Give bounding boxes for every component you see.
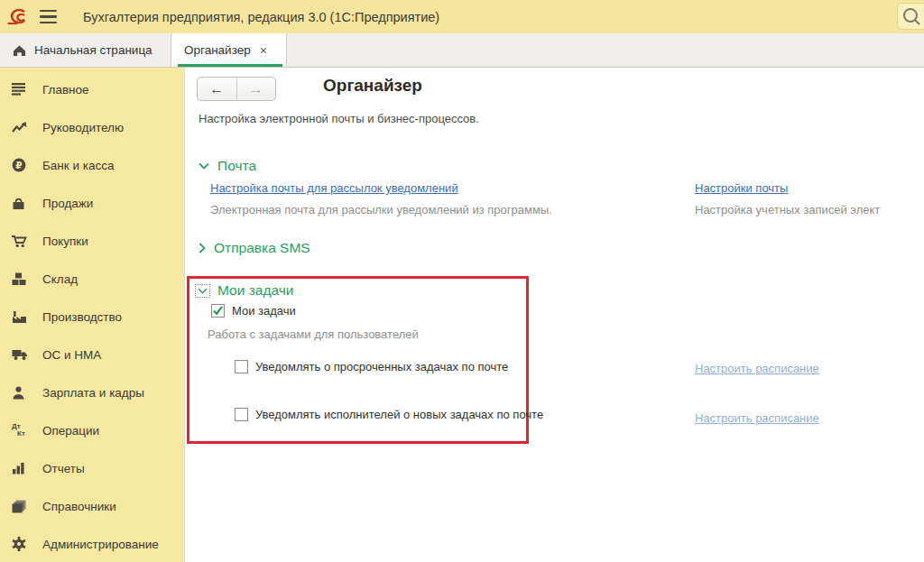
books-icon	[12, 499, 32, 514]
tab-organizer[interactable]: Органайзер ×	[171, 33, 287, 67]
mail-setup-link[interactable]: Настройка почты для рассылок уведомлений	[210, 181, 458, 195]
sidebar-item-glavnoe[interactable]: Главное	[0, 70, 184, 108]
window-title: Бухгалтерия предприятия, редакция 3.0 (1…	[83, 10, 439, 24]
schedule-link-overdue[interactable]: Настроить расписание	[695, 362, 819, 375]
sidebar-item-spravochniki[interactable]: Справочники	[0, 487, 184, 525]
sidebar-item-operacii[interactable]: ДтКт Операции	[0, 411, 184, 449]
gear-icon	[12, 537, 32, 552]
section-title: Отправка SMS	[214, 240, 310, 256]
cart-icon	[12, 234, 32, 249]
chevron-focus-box	[195, 284, 210, 298]
sidebar-item-bank-i-kassa[interactable]: ₽ Банк и касса	[0, 146, 184, 184]
sidebar-item-label: Администрирование	[42, 538, 159, 551]
sidebar-item-label: Продажи	[42, 197, 93, 210]
section-title: Мои задачи	[217, 282, 293, 299]
history-nav-group: ← →	[197, 77, 276, 101]
back-button[interactable]: ←	[198, 78, 236, 100]
schedule-link-new-tasks[interactable]: Настроить расписание	[695, 411, 819, 425]
notify-new-tasks-checkbox[interactable]: Уведомлять исполнителей о новых задачах …	[235, 408, 543, 421]
person-icon	[12, 385, 32, 401]
sidebar-item-label: Банк и касса	[42, 159, 115, 172]
page-subtitle: Настройка электронной почты и бизнес-про…	[199, 112, 479, 125]
tasks-description: Работа с задачами для пользователей	[208, 327, 419, 341]
trend-arrow-icon	[12, 120, 32, 135]
1c-logo-icon	[5, 7, 29, 27]
mail-settings-description: Настройка учетных записей элект	[695, 203, 880, 217]
notify-overdue-checkbox[interactable]: Уведомлять о просроченных задачах по поч…	[235, 360, 508, 373]
sidebar-item-label: Главное	[42, 83, 89, 97]
hamburger-icon	[40, 10, 57, 12]
mail-settings-link[interactable]: Настройки почты	[695, 181, 788, 195]
sidebar-item-rukovoditelyu[interactable]: Руководителю	[0, 108, 184, 146]
pallet-icon	[12, 272, 32, 287]
sidebar-item-prodazhi[interactable]: Продажи	[0, 184, 184, 222]
search-button[interactable]	[897, 3, 924, 30]
checkbox-checked-icon	[211, 304, 225, 318]
shopping-bag-icon	[12, 196, 32, 211]
sidebar-item-label: Справочники	[42, 500, 116, 513]
sidebar-item-label: Зарплата и кадры	[42, 386, 144, 400]
sidebar-item-label: ОС и НМА	[42, 348, 101, 362]
checkbox-unchecked-icon	[235, 408, 248, 421]
sidebar-item-sklad[interactable]: Склад	[0, 260, 184, 298]
sidebar-item-otchety[interactable]: Отчеты	[0, 449, 184, 487]
sidebar-item-label: Склад	[42, 272, 78, 286]
mail-setup-description: Электронная почта для рассылки уведомлен…	[210, 203, 552, 217]
my-tasks-checkbox[interactable]: Мои задачи	[211, 304, 296, 318]
main-menu-button[interactable]	[40, 6, 63, 28]
sidebar-item-pokupki[interactable]: Покупки	[0, 222, 184, 260]
sidebar-item-proizvodstvo[interactable]: Производство	[0, 298, 184, 336]
search-icon	[901, 6, 921, 26]
sidebar-item-os-i-nma[interactable]: ОС и НМА	[0, 336, 184, 373]
page-title: Органайзер	[323, 76, 422, 96]
section-sms-header[interactable]: Отправка SMS	[199, 240, 310, 256]
tab-label: Начальная страница	[34, 43, 152, 57]
sidebar-nav: Главное Руководителю ₽ Банк и касса Прод…	[0, 68, 185, 562]
chevron-down-icon	[199, 162, 209, 170]
tabbar: Начальная страница Органайзер ×	[0, 33, 924, 68]
bar-chart-icon	[12, 461, 32, 476]
close-tab-icon[interactable]: ×	[260, 44, 267, 57]
ruble-circle-icon: ₽	[12, 158, 32, 173]
factory-icon	[12, 309, 32, 325]
sidebar-item-label: Производство	[42, 310, 122, 324]
sidebar-item-zarplata-i-kadry[interactable]: Зарплата и кадры	[0, 373, 184, 411]
main-content: ← → Органайзер Настройка электронной поч…	[186, 68, 924, 562]
debit-credit-icon: ДтКт	[12, 423, 32, 438]
section-title: Почта	[217, 158, 256, 174]
forward-button[interactable]: →	[236, 78, 276, 100]
chevron-down-icon	[198, 288, 208, 294]
sidebar-item-label: Операции	[42, 424, 99, 438]
window-titlebar: Бухгалтерия предприятия, редакция 3.0 (1…	[0, 0, 924, 33]
home-icon	[13, 44, 26, 57]
app-window: Бухгалтерия предприятия, редакция 3.0 (1…	[0, 0, 924, 562]
section-tasks-header[interactable]: Мои задачи	[195, 282, 293, 299]
checkbox-unchecked-icon	[235, 360, 248, 373]
chevron-right-icon	[199, 243, 206, 253]
truck-icon	[12, 347, 32, 363]
tab-label: Органайзер	[184, 43, 251, 57]
menu-lines-icon	[12, 82, 32, 97]
sidebar-item-label: Руководителю	[42, 121, 124, 134]
sidebar-item-label: Покупки	[42, 235, 88, 248]
section-mail-header[interactable]: Почта	[199, 158, 256, 174]
svg-text:₽: ₽	[15, 160, 22, 170]
sidebar-item-administrirovanie[interactable]: Администрирование	[0, 525, 184, 562]
sidebar-item-label: Отчеты	[42, 462, 85, 475]
tab-home-page[interactable]: Начальная страница	[0, 33, 171, 67]
